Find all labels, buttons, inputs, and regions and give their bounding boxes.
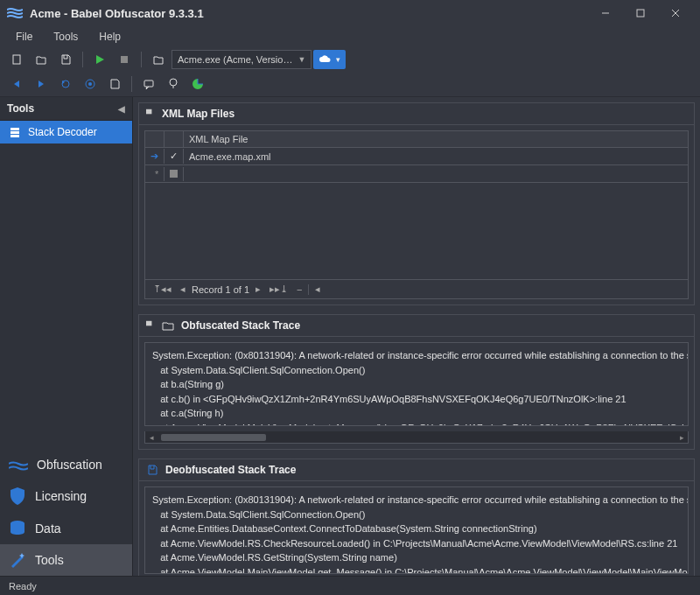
- comment-button[interactable]: [137, 74, 160, 94]
- statusbar: Ready: [0, 576, 700, 595]
- chevron-left-icon[interactable]: ◀: [118, 104, 125, 114]
- analyze-button[interactable]: [186, 74, 209, 94]
- window-minimize-button[interactable]: [588, 0, 623, 26]
- save-button[interactable]: [54, 49, 77, 70]
- chevron-down-icon: ▼: [298, 55, 305, 64]
- stop-button[interactable]: [113, 49, 136, 70]
- collapse-icon[interactable]: ▀: [146, 321, 155, 330]
- category-obfuscation[interactable]: Obfuscation: [0, 450, 132, 480]
- wand-icon: [9, 551, 26, 569]
- run-button[interactable]: [88, 49, 111, 70]
- sidebar: Tools ◀ Stack Decoder Obfuscation Licens…: [0, 97, 133, 576]
- sidebar-header: Tools ◀: [0, 97, 132, 121]
- svg-rect-6: [121, 56, 128, 63]
- horizontal-scrollbar[interactable]: ◂ ▸: [144, 431, 689, 444]
- nav-first-button[interactable]: ⤒◂◂: [150, 284, 174, 295]
- database-icon: [9, 520, 26, 537]
- scroll-left-icon[interactable]: ◂: [145, 433, 158, 442]
- sidebar-title: Tools: [7, 102, 34, 115]
- refresh-button[interactable]: [54, 74, 77, 94]
- panel-title: Obfuscated Stack Trace: [181, 319, 300, 332]
- svg-point-11: [88, 82, 92, 86]
- category-data[interactable]: Data: [0, 513, 132, 544]
- svg-marker-7: [14, 80, 19, 88]
- svg-rect-1: [637, 10, 644, 17]
- deobfuscated-trace-textarea[interactable]: System.Exception: (0x80131904): A networ…: [144, 486, 689, 574]
- toolbar-primary: Acme.exe (Acme, Versio… ▼ ▾: [0, 47, 700, 72]
- save-icon: [146, 464, 158, 476]
- status-text: Ready: [9, 581, 37, 592]
- menu-file[interactable]: File: [7, 29, 41, 45]
- window-title: Acme - Babel Obfuscator 9.3.3.1: [30, 7, 204, 20]
- assembly-combobox-value: Acme.exe (Acme, Versio…: [178, 54, 292, 65]
- category-tools[interactable]: Tools: [0, 544, 132, 576]
- row-pointer-icon: ➔: [145, 149, 164, 164]
- svg-point-13: [170, 79, 177, 86]
- nav-back-button[interactable]: [5, 74, 28, 94]
- window-maximize-button[interactable]: [623, 0, 658, 26]
- scroll-right-icon[interactable]: ▸: [676, 433, 688, 442]
- svg-marker-8: [38, 80, 44, 88]
- nav-next-button[interactable]: ▸: [253, 284, 263, 295]
- folder-icon: [162, 320, 174, 331]
- app-logo-icon: [7, 7, 23, 19]
- grid-row[interactable]: ➔ ✓ Acme.exe.map.xml: [145, 148, 688, 165]
- grid-record-navigator: ⤒◂◂ ◂ Record 1 of 1 ▸ ▸▸⤓ − ◂: [145, 279, 688, 298]
- menu-tools[interactable]: Tools: [45, 29, 87, 45]
- menubar: File Tools Help: [0, 26, 700, 47]
- panel-title: XML Map Files: [162, 108, 234, 120]
- nav-prev-button[interactable]: ◂: [178, 284, 188, 295]
- new-file-button[interactable]: [5, 49, 28, 70]
- panel-obfuscated-trace: ▀ Obfuscated Stack Trace System.Exceptio…: [138, 314, 695, 450]
- grid-row-new[interactable]: [145, 165, 688, 183]
- cloud-icon: [318, 55, 332, 64]
- panel-title: Deobfuscated Stack Trace: [165, 464, 296, 476]
- collapse-icon[interactable]: ▀: [146, 109, 155, 118]
- scroll-thumb[interactable]: [161, 434, 266, 441]
- stop-icon: [170, 170, 178, 178]
- open-folder-button[interactable]: [30, 49, 52, 70]
- record-indicator: Record 1 of 1: [192, 284, 249, 295]
- save-alt-button[interactable]: [103, 74, 126, 94]
- nav-remove-button[interactable]: −: [294, 284, 304, 295]
- svg-rect-17: [10, 135, 19, 137]
- grid-cell: Acme.exe.map.xml: [184, 150, 688, 164]
- xml-map-grid: XML Map File ➔ ✓ Acme.exe.map.xml ⤒◂: [144, 130, 689, 299]
- sidebar-item-stack-decoder[interactable]: Stack Decoder: [0, 121, 132, 144]
- hint-button[interactable]: [162, 74, 185, 94]
- assembly-combobox[interactable]: Acme.exe (Acme, Versio… ▼: [172, 50, 312, 69]
- svg-marker-5: [96, 55, 104, 64]
- grid-column-header[interactable]: XML Map File: [184, 131, 688, 147]
- nav-last-button[interactable]: ▸▸⤓: [267, 284, 290, 295]
- nav-scroll-left[interactable]: ◂: [312, 284, 323, 295]
- titlebar: Acme - Babel Obfuscator 9.3.3.1: [0, 0, 700, 26]
- row-check-icon: ✓: [164, 149, 184, 164]
- shield-icon: [9, 486, 26, 506]
- sidebar-item-label: Stack Decoder: [28, 126, 97, 138]
- svg-rect-15: [10, 128, 19, 130]
- panel-deobfuscated-trace: Deobfuscated Stack Trace System.Exceptio…: [138, 458, 695, 576]
- panel-xml-map-files: ▀ XML Map Files XML Map File ➔ ✓ Acme.ex…: [138, 102, 695, 305]
- cloud-toggle[interactable]: ▾: [313, 50, 346, 69]
- nav-forward-button[interactable]: [30, 74, 52, 94]
- svg-rect-16: [10, 131, 19, 134]
- svg-rect-4: [13, 55, 20, 64]
- obfuscated-trace-textarea[interactable]: System.Exception: (0x80131904): A networ…: [144, 342, 689, 426]
- chevron-down-icon: ▾: [336, 55, 340, 64]
- open-alt-button[interactable]: [147, 49, 170, 70]
- main-content: ▀ XML Map Files XML Map File ➔ ✓ Acme.ex…: [133, 97, 700, 576]
- wave-icon: [9, 457, 28, 472]
- svg-rect-12: [144, 80, 153, 87]
- stack-icon: [9, 126, 21, 138]
- toolbar-secondary: [0, 72, 700, 96]
- window-close-button[interactable]: [658, 0, 693, 26]
- menu-help[interactable]: Help: [90, 29, 130, 45]
- target-button[interactable]: [79, 74, 102, 94]
- category-licensing[interactable]: Licensing: [0, 480, 132, 513]
